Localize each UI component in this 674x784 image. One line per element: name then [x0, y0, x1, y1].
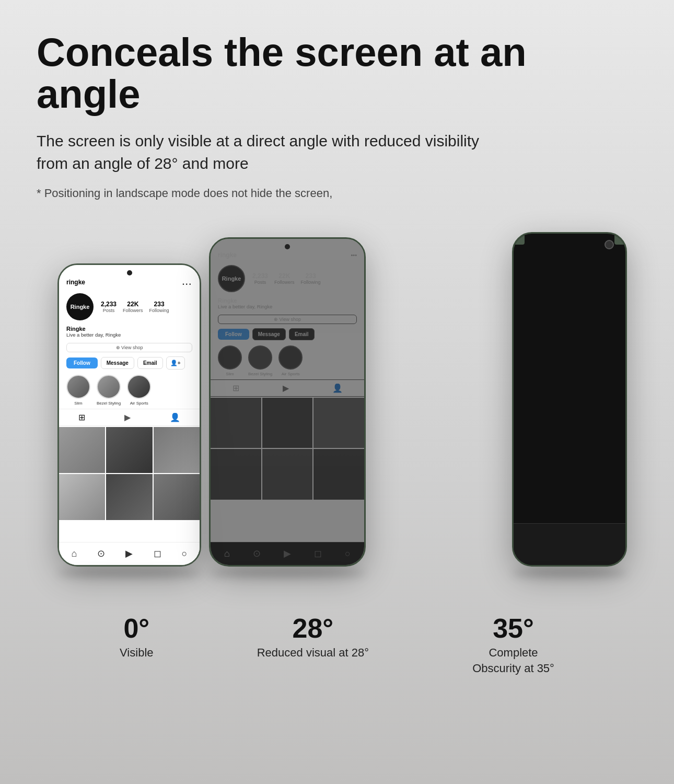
ig-profile-section: Ringke 2,233 Posts 22K Followers	[59, 289, 200, 325]
ig-username: ringke	[66, 279, 85, 286]
ig-name-bio: Ringke Live a better day, Ringke	[59, 325, 200, 341]
p2-message-btn[interactable]: Message	[252, 328, 286, 340]
ig-highlight-slim[interactable]: Slim	[66, 375, 90, 406]
subtitle: The screen is only visible at a direct a…	[37, 130, 486, 175]
ig-posts-stat: 2,233 Posts	[101, 301, 117, 313]
p2-highlight-slim: Slim	[218, 345, 242, 376]
profile-nav-icon[interactable]: ○	[182, 548, 188, 559]
instagram-ui: ringke ... Ringke 2,233 Posts	[59, 265, 200, 565]
p2-highlights: Slim Bezel Styling Air Sports	[211, 342, 364, 379]
ig-name: Ringke	[66, 326, 192, 332]
p2-email-btn[interactable]: Email	[289, 328, 315, 340]
headline: Conceals the screen at an angle	[37, 31, 637, 115]
p2-highlight-bezel: Bezel Styling	[248, 345, 272, 376]
add-contact-button[interactable]: 👤+	[166, 356, 185, 370]
angle-35-label: CompleteObscurity at 35°	[472, 645, 554, 677]
reels-tab[interactable]: ▶	[124, 412, 131, 422]
p2-grid	[211, 398, 364, 500]
p2-profile-section: Ringke 2,233 Posts 22K Followers	[211, 261, 364, 296]
grid-item-6[interactable]	[154, 474, 200, 520]
ig-stats: 2,233 Posts 22K Followers 233 Following	[101, 301, 169, 313]
angles-section: 0° Visible 28° Reduced visual at 28° 35°…	[37, 589, 637, 709]
p2-name-bio: Ringke Live a better day, Ringke	[211, 296, 364, 313]
angle-0-degree: 0°	[120, 615, 153, 642]
p2-follow-btn[interactable]: Follow	[218, 329, 249, 340]
angle-28-label: Reduced visual at 28°	[257, 645, 369, 661]
phone-1-shadow	[57, 569, 201, 578]
ig-actions: Follow Message Email 👤+	[59, 354, 200, 372]
p2-ig-username: ringke	[218, 251, 237, 259]
phone-3-shadow	[512, 569, 627, 578]
angle-35: 35° CompleteObscurity at 35°	[472, 615, 554, 677]
phone-3-camera	[605, 240, 614, 249]
landscape-note: * Positioning in landscape mode does not…	[37, 185, 637, 202]
angle-0-label: Visible	[120, 645, 153, 661]
page: Conceals the screen at an angle The scre…	[0, 0, 674, 784]
grid-item-1[interactable]	[59, 427, 105, 473]
message-button[interactable]: Message	[101, 357, 134, 369]
phone-2-body: ringke ••• Ringke 2,233 Posts	[209, 237, 366, 567]
phone-3-body	[512, 232, 627, 567]
phone-1-camera	[127, 270, 132, 275]
ig-tabs: ⊞ ▶ 👤	[59, 409, 200, 426]
p2-actions: Follow Message Email	[211, 326, 364, 342]
angle-28: 28° Reduced visual at 28°	[257, 615, 369, 661]
phone-2-wrap: ringke ••• Ringke 2,233 Posts	[209, 237, 366, 578]
ig-bio: Live a better day, Ringke	[66, 332, 192, 338]
home-nav-icon[interactable]: ⌂	[72, 548, 77, 559]
ig-avatar: Ringke	[66, 293, 94, 320]
tags-tab[interactable]: 👤	[170, 412, 180, 422]
phone-2-ig-ui: ringke ••• Ringke 2,233 Posts	[211, 239, 364, 565]
ig-highlight-air-sports[interactable]: Air Sports	[127, 375, 151, 406]
phone-2-content: ringke ••• Ringke 2,233 Posts	[211, 239, 364, 565]
p2-menu: •••	[351, 252, 357, 258]
p2-avatar: Ringke	[218, 265, 245, 292]
ig-grid	[59, 427, 200, 521]
grid-item-5[interactable]	[106, 474, 152, 520]
angle-0: 0° Visible	[120, 615, 153, 661]
ig-following-stat: 233 Following	[149, 301, 169, 313]
ig-header: ringke ...	[59, 275, 200, 289]
angle-35-degree: 35°	[472, 615, 554, 642]
ig-highlight-bezel[interactable]: Bezel Styling	[97, 375, 121, 406]
corner-tl	[512, 232, 525, 245]
phone-2-shadow	[209, 569, 366, 578]
angle-28-degree: 28°	[257, 615, 369, 642]
phone-3-bottom-bar	[514, 523, 625, 565]
grid-tab[interactable]: ⊞	[78, 412, 85, 422]
grid-item-4[interactable]	[59, 474, 105, 520]
grid-item-2[interactable]	[106, 427, 152, 473]
phone-1-body: ringke ... Ringke 2,233 Posts	[57, 263, 201, 567]
p2-stats: 2,233 Posts 22K Followers 233 Following	[252, 272, 321, 285]
grid-item-3[interactable]	[154, 427, 200, 473]
email-button[interactable]: Email	[137, 357, 163, 369]
corner-tr	[614, 232, 627, 245]
follow-button[interactable]: Follow	[66, 358, 98, 368]
phone-2-camera	[285, 244, 290, 249]
reels-nav-icon[interactable]: ▶	[125, 548, 133, 559]
phones-area: ringke ... Ringke 2,233 Posts	[37, 223, 637, 578]
p2-tabs: ⊞ ▶ 👤	[211, 379, 364, 397]
p2-bottom-nav: ⌂ ⊙ ▶ ◻ ○	[211, 542, 364, 565]
ig-view-shop[interactable]: ⊕ View shop	[66, 343, 192, 352]
ig-menu[interactable]: ...	[182, 278, 192, 287]
search-nav-icon[interactable]: ⊙	[97, 548, 105, 559]
ig-followers-stat: 22K Followers	[123, 301, 143, 313]
phone-1-wrap: ringke ... Ringke 2,233 Posts	[57, 263, 201, 578]
p2-ig-header: ringke •••	[211, 249, 364, 261]
ig-highlights: Slim Bezel Styling Air Sports	[59, 372, 200, 409]
shop-nav-icon[interactable]: ◻	[154, 548, 161, 559]
phone-3-wrap	[512, 232, 627, 578]
ig-bottom-nav: ⌂ ⊙ ▶ ◻ ○	[59, 542, 200, 565]
p2-highlight-air: Air Sports	[278, 345, 303, 376]
